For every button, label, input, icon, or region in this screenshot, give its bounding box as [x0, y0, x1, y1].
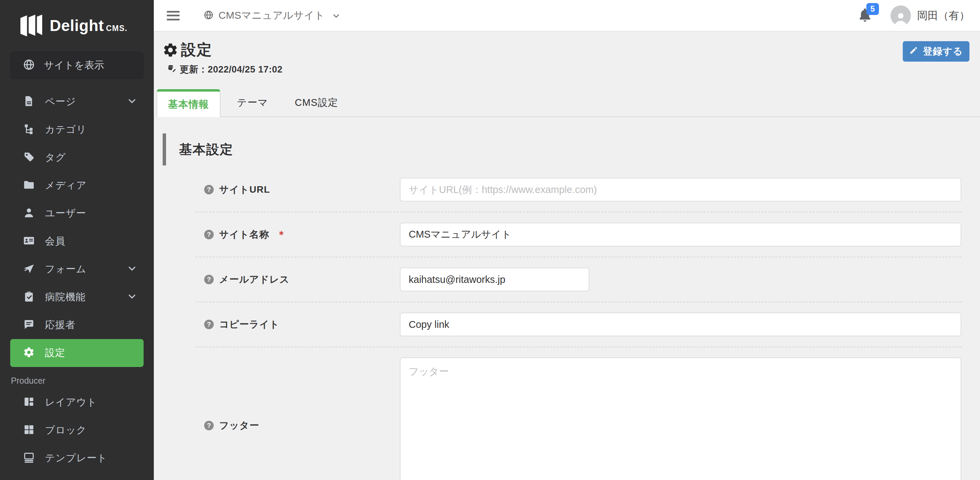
- sidebar-item-label: ブロック: [45, 424, 87, 437]
- tab-2[interactable]: CMS設定: [285, 89, 348, 116]
- sidebar-item-9[interactable]: 設定: [10, 339, 143, 367]
- sidebar-item-label: 応援者: [45, 318, 76, 332]
- form-row: ?サイトURL: [196, 167, 961, 212]
- sidebar-section-label: Producer: [11, 376, 154, 386]
- email-field[interactable]: [400, 268, 589, 292]
- chevron-down-icon: [127, 264, 137, 275]
- sidebar-item-6[interactable]: フォーム: [10, 255, 143, 283]
- field-label: メールアドレス: [219, 273, 290, 286]
- tab-0[interactable]: 基本情報: [156, 89, 221, 117]
- tab-1[interactable]: テーマ: [221, 89, 285, 116]
- sidebar-item-8[interactable]: 応援者: [10, 311, 143, 339]
- app-window: DelightCMS. サイトを表示 ページカテゴリタグメディアユーザー会員フォ…: [0, 0, 980, 480]
- field-label: サイト名称: [219, 228, 269, 241]
- sidebar-item-label: ページ: [45, 95, 76, 108]
- clipboard-check-icon: [23, 291, 35, 304]
- register-button[interactable]: 登録する: [903, 41, 969, 62]
- footer-field[interactable]: [400, 357, 961, 480]
- file-icon: [23, 95, 35, 108]
- brand-name: Delight: [50, 17, 104, 34]
- globe-icon: [204, 10, 214, 21]
- topbar: CMSマニュアルサイト 5 岡田（有）: [154, 0, 980, 32]
- template-icon: [23, 452, 35, 465]
- sidebar-item-label: テンプレート: [45, 451, 107, 465]
- comment-icon: [23, 319, 35, 332]
- notification-badge: 5: [866, 3, 879, 15]
- sidebar-nav: ページカテゴリタグメディアユーザー会員フォーム病院機能応援者設定: [0, 88, 154, 367]
- field-label: サイトURL: [219, 183, 270, 196]
- sidebar-item-label: タグ: [45, 151, 66, 164]
- user-menu[interactable]: 岡田（有）: [917, 8, 970, 23]
- brand-suffix: CMS.: [106, 24, 127, 33]
- required-mark: ＊: [277, 228, 286, 241]
- section-title: 基本設定: [179, 141, 234, 158]
- settings-page: 設定 更新：2022/04/25 17:02 登録する 基本情報テーマCMS設定…: [154, 32, 980, 480]
- send-icon: [23, 263, 35, 276]
- help-icon[interactable]: ?: [204, 320, 214, 329]
- folder-icon: [23, 179, 35, 192]
- field-label-group: ?サイトURL: [196, 183, 400, 196]
- tab-label: 基本情報: [168, 98, 209, 111]
- help-icon[interactable]: ?: [204, 185, 214, 195]
- topbar-right: 5 岡田（有）: [857, 5, 970, 26]
- sidebar-item-label: 設定: [45, 346, 65, 360]
- page-head: 設定 更新：2022/04/25 17:02 登録する: [154, 32, 980, 89]
- help-icon[interactable]: ?: [204, 421, 214, 430]
- form-row: ?コピーライト: [196, 302, 961, 347]
- site-name-field[interactable]: [400, 223, 961, 246]
- sidebar-item-3[interactable]: メディア: [10, 172, 143, 199]
- sidebar-item-5[interactable]: 会員: [10, 227, 143, 255]
- avatar[interactable]: [891, 5, 911, 26]
- help-icon[interactable]: ?: [204, 230, 214, 239]
- sidebar-item-producer-2[interactable]: テンプレート: [10, 444, 143, 472]
- form-row: ?サイト名称＊: [196, 212, 961, 257]
- sidebar-item-7[interactable]: 病院機能: [10, 283, 143, 311]
- field-label: フッター: [219, 419, 259, 432]
- pencil-icon: [909, 46, 918, 57]
- main-column: CMSマニュアルサイト 5 岡田（有） 設定: [154, 0, 980, 480]
- sidebar-item-label: メディア: [45, 179, 87, 192]
- sidebar-item-producer-0[interactable]: レイアウト: [10, 388, 143, 416]
- sidebar-item-producer-1[interactable]: ブロック: [10, 416, 143, 444]
- delight-logo-icon: [21, 14, 42, 37]
- help-icon[interactable]: ?: [204, 275, 214, 284]
- sidebar: DelightCMS. サイトを表示 ページカテゴリタグメディアユーザー会員フォ…: [0, 0, 154, 480]
- basic-settings-form: ?サイトURL?サイト名称＊?メールアドレス?コピーライト?フッター: [196, 167, 961, 480]
- update-icon: [167, 64, 176, 75]
- field-label-group: ?サイト名称＊: [196, 228, 400, 241]
- hamburger-menu-icon[interactable]: [167, 11, 180, 21]
- gear-icon: [163, 42, 178, 58]
- tab-bar: 基本情報テーマCMS設定: [156, 89, 980, 117]
- sidebar-item-2[interactable]: タグ: [10, 144, 143, 172]
- site-selector-label: CMSマニュアルサイト: [218, 8, 325, 22]
- site-url-field[interactable]: [400, 178, 961, 201]
- chevron-down-icon: [329, 10, 340, 21]
- tag-icon: [23, 151, 35, 164]
- field-label-group: ?コピーライト: [196, 318, 400, 331]
- id-card-icon: [23, 235, 35, 248]
- sidebar-item-label: ユーザー: [45, 207, 86, 220]
- sidebar-item-label: 会員: [45, 234, 65, 248]
- copyright-field[interactable]: [400, 313, 961, 336]
- blocks-icon: [23, 424, 35, 437]
- chevron-down-icon: [127, 96, 137, 107]
- gear-icon: [23, 346, 35, 359]
- section-heading: 基本設定: [163, 134, 980, 166]
- sidebar-item-0[interactable]: ページ: [10, 88, 143, 116]
- brand-logo[interactable]: DelightCMS.: [0, 0, 154, 47]
- form-row: ?フッター: [196, 347, 961, 480]
- bell-icon: [857, 18, 873, 24]
- sidebar-item-1[interactable]: カテゴリ: [10, 116, 143, 144]
- sidebar-producer-nav: レイアウトブロックテンプレート: [0, 388, 154, 472]
- notifications-button[interactable]: 5: [857, 7, 873, 24]
- sidebar-item-label: フォーム: [45, 263, 86, 276]
- view-site-button[interactable]: サイトを表示: [10, 52, 143, 79]
- view-site-label: サイトを表示: [44, 59, 104, 72]
- tab-label: テーマ: [237, 96, 268, 110]
- sitemap-icon: [23, 123, 35, 136]
- page-title: 設定: [181, 40, 212, 60]
- sidebar-item-4[interactable]: ユーザー: [10, 199, 143, 227]
- register-button-label: 登録する: [923, 45, 963, 58]
- section-accent-bar: [163, 134, 166, 166]
- site-selector[interactable]: CMSマニュアルサイト: [204, 8, 340, 22]
